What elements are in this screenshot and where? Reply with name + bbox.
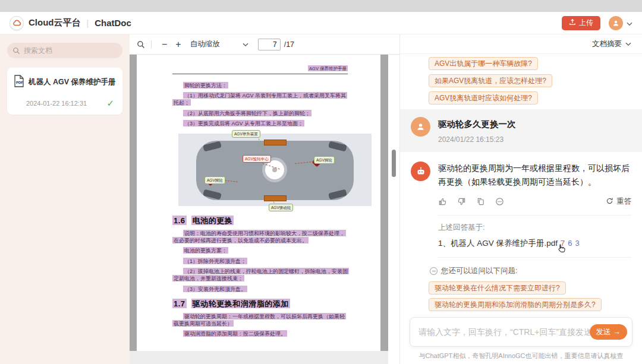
window-top-strip (0, 0, 642, 12)
pdf-running-header: AGV 保养维护手册 (308, 65, 348, 71)
suggested-question-chip[interactable]: AGV出轨属于哪一种车辆故障? (429, 57, 538, 70)
chat-panel: 文档摘要 AGV出轨属于哪一种车辆故障? 如果AGV脱离轨道，应该怎样处理? A… (399, 34, 642, 364)
search-pill (7, 43, 122, 58)
reference-label: 上述回答基于: (438, 223, 631, 233)
pdf-viewer[interactable]: AGV 保养维护手册 脚轮的更换方法： （1）用移动式龙门架将 AGV 吊装到专… (130, 55, 399, 364)
pdf-line: 驱动润滑脂的添加周期：按二级保养处理。 (172, 330, 348, 337)
figure-label-drive: AGV驱动轮 (269, 204, 293, 211)
brand-name: Cloud云平台 (29, 17, 81, 29)
zoom-chevron-down-icon (243, 40, 248, 49)
suggested-questions: AGV出轨属于哪一种车辆故障? 如果AGV脱离轨道，应该怎样处理? AGV脱离轨… (400, 54, 642, 109)
document-timestamp: 2024-01-22 16:12:31 (26, 100, 87, 107)
figure-label-lift: AGV举升装置 (232, 130, 260, 138)
viewer-end-area (130, 351, 388, 364)
search-input[interactable] (7, 43, 122, 58)
cloud-logo-icon (10, 16, 24, 30)
regenerate-button[interactable]: 重答 (606, 197, 631, 207)
pdf-search-icon[interactable] (137, 40, 145, 49)
document-title: 机器人 AGV 保养维护手册 (29, 77, 116, 87)
account-chevron-down-icon[interactable] (627, 18, 632, 29)
more-options-icon[interactable] (495, 197, 504, 206)
assistant-message: 驱动轮的更换周期为一年或根据里程数，可以损坏后再更换（如果轻载更换周期可适当延长… (400, 152, 642, 207)
document-list-item[interactable]: PDF 机器人 AGV 保养维护手册 2024-01-22 16:12:31 ✓ (7, 68, 122, 115)
user-message-time: 2024/01/22 16:15:23 (438, 135, 516, 144)
document-ready-check-icon: ✓ (106, 98, 114, 109)
send-arrow-icon: → (613, 328, 621, 336)
refresh-icon (606, 197, 613, 207)
disclaimer-text: 与ChatGPT相似，奇智孔明AInnoGC也可能出错，重要信息请认真核查 (400, 349, 642, 364)
pdf-scrollbar-thumb[interactable] (392, 150, 396, 177)
pdf-line: （2）从底部用六角扳手将脚轮拧下，换上新的脚轮； (172, 109, 348, 116)
pdf-line: 脚轮的更换方法： (172, 81, 348, 88)
pdf-scrollbar[interactable] (388, 55, 399, 364)
followup-icon (430, 267, 438, 275)
pdf-line: （3）安装外壳和顶升盘。 (172, 285, 348, 292)
summary-chevron-down-icon[interactable] (625, 40, 631, 48)
zoom-mode-dropdown[interactable]: 自动缩放 (190, 39, 248, 49)
pdf-line: 驱动轮的更换周期：一年或根据里程数，可以损坏后再更换（如果轻载更换周期可适当延长… (172, 312, 348, 327)
pdf-line: 说明：电池的寿命受使用习惯和环境的影响较大，按二级保养处理，在必要的时候再进行更… (172, 229, 348, 243)
hand-cursor-icon (557, 243, 566, 255)
pdf-section-1-6: 1.6 电池的更换 (172, 217, 348, 224)
pdf-section-1-7: 1.7 驱动轮更换和润滑脂的添加 (172, 300, 348, 307)
followup-question-chip[interactable]: 驱动轮更换在什么情况下需要立即进行? (429, 281, 566, 295)
pdf-toolbar: − + 自动缩放 /17 (130, 34, 399, 55)
figure-label-caster-right: AGV脚轮 (314, 156, 335, 164)
zoom-in-button[interactable]: + (171, 39, 185, 50)
pdf-line: （2）拔掉电池上的线束，拧松电池上的固定螺钉，拆除电池，安装固定新电池，并重新连… (172, 268, 348, 282)
chat-input-bar: 发送→ (400, 314, 642, 349)
chat-header: 文档摘要 (400, 34, 642, 54)
thumbs-up-icon[interactable] (438, 197, 447, 206)
svg-text:PDF: PDF (16, 81, 23, 84)
toolbar-divider (151, 40, 152, 49)
suggested-question-chip[interactable]: AGV脱离轨道时应该如何处理? (429, 91, 538, 105)
search-icon (12, 46, 20, 57)
send-button[interactable]: 发送→ (590, 324, 628, 340)
zoom-out-button[interactable]: − (158, 39, 171, 50)
answer-reference: 上述回答基于: 1、机器人 AGV 保养维护手册.pdf763 (400, 216, 642, 249)
document-sidebar: PDF 机器人 AGV 保养维护手册 2024-01-22 16:12:31 ✓ (0, 34, 130, 364)
agv-drive-unit-bottom (264, 195, 287, 201)
copy-icon[interactable] (476, 197, 485, 206)
chatdoc-app: Cloud云平台 | ChatDoc 上传 (0, 0, 642, 364)
chat-scroll-area[interactable]: AGV出轨属于哪一种车辆故障? 如果AGV脱离轨道，应该怎样处理? AGV脱离轨… (400, 54, 642, 314)
upload-icon (569, 18, 576, 27)
pdf-line: （3）更换完成后将 AGV 从专用工装上吊至地面； (172, 120, 348, 127)
user-avatar[interactable] (609, 16, 623, 30)
agv-drive-unit-top (264, 140, 287, 145)
figure-label-caster-left: AGV脚轮 (204, 176, 225, 184)
pdf-page: AGV 保养维护手册 脚轮的更换方法： （1）用移动式龙门架将 AGV 吊装到专… (137, 55, 380, 351)
page-count: /17 (284, 40, 294, 49)
pdf-header-rule (172, 74, 348, 74)
brand-divider: | (87, 18, 89, 28)
pdf-line: （1）拆除外壳和顶升盘； (172, 257, 348, 264)
suggested-question-chip[interactable]: 如果AGV脱离轨道，应该怎样处理? (429, 74, 552, 87)
chat-input[interactable] (418, 327, 590, 337)
agv-diagram: AGV举升装置 AGV脚轮 AGV脚轮 AGV驱动轮 AGV旋转中心 (172, 130, 348, 209)
reference-doc-line: 1、机器人 AGV 保养维护手册.pdf763 (438, 238, 631, 249)
reference-page-link[interactable]: 3 (575, 239, 580, 248)
page-number-input[interactable] (258, 39, 281, 50)
assistant-avatar-robot-icon (411, 162, 430, 181)
user-message-avatar (411, 117, 430, 137)
pdf-file-icon: PDF (13, 75, 24, 90)
pdf-line: （1）用移动式龙门架将 AGV 吊装到专用工装上，或者采用叉车将其托起； (172, 92, 348, 106)
pdf-line: 电池的更换方案： (172, 247, 348, 254)
doc-summary-toggle[interactable]: 文档摘要 (592, 39, 622, 49)
upload-button[interactable]: 上传 (562, 16, 600, 30)
followup-section: 您还可以追问以下问题: 驱动轮更换在什么情况下需要立即进行? 驱动轮的更换周期和… (400, 258, 642, 314)
followup-label: 您还可以追问以下问题: (441, 266, 517, 276)
reference-doc-name: 1、机器人 AGV 保养维护手册.pdf (438, 239, 558, 248)
app-header: Cloud云平台 | ChatDoc 上传 (0, 12, 642, 34)
agv-center-hub (265, 160, 284, 179)
assistant-message-text: 驱动轮的更换周期为一年或根据里程数，可以损坏后再更换（如果轻载更换周期可适当延长… (438, 162, 631, 189)
app-name: ChatDoc (95, 18, 131, 28)
followup-question-chip[interactable]: 驱动轮的更换周期和添加润滑脂的周期分别是多久? (429, 298, 602, 311)
user-message-text: 驱动轮多久更换一次 (438, 117, 516, 130)
figure-label-center: AGV旋转中心 (243, 155, 271, 163)
user-message: 驱动轮多久更换一次 2024/01/22 16:15:23 (400, 109, 642, 152)
message-actions: 重答 (438, 197, 631, 207)
thumbs-down-icon[interactable] (457, 197, 466, 206)
reference-page-link[interactable]: 6 (568, 239, 572, 248)
